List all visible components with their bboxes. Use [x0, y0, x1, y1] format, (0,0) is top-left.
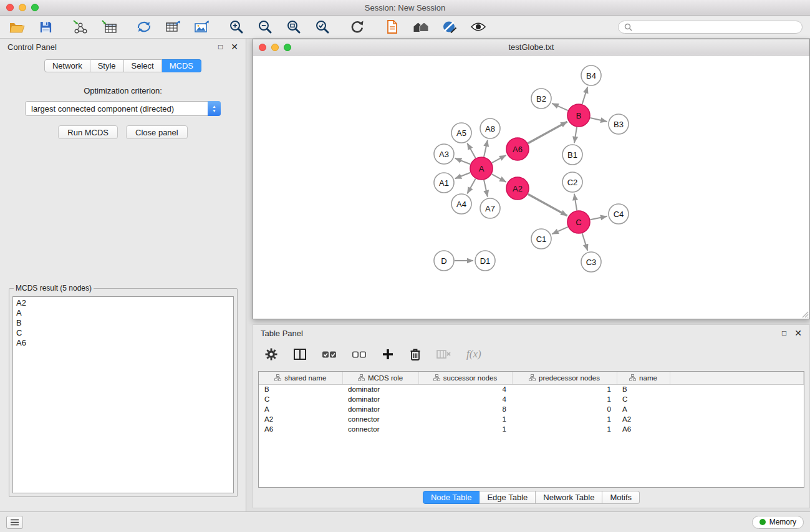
graph-node-C3[interactable]: C3: [581, 252, 601, 272]
graph-node-A[interactable]: A: [470, 157, 493, 180]
graph-node-A6[interactable]: A6: [506, 138, 529, 160]
table-cell[interactable]: dominator: [342, 404, 418, 414]
graph-node-B[interactable]: B: [567, 104, 590, 127]
network-window-titlebar[interactable]: testGlobe.txt: [253, 39, 809, 56]
edge-A-A6[interactable]: [492, 155, 506, 163]
edge-B-B2[interactable]: [552, 104, 567, 110]
mcds-result-item[interactable]: C: [16, 328, 230, 338]
tab-node-table[interactable]: Node Table: [423, 491, 480, 504]
annotation-button[interactable]: [383, 18, 402, 36]
table-row[interactable]: Cdominator41C: [259, 394, 804, 404]
table-cell[interactable]: dominator: [342, 394, 418, 404]
table-cell[interactable]: 1: [512, 414, 617, 424]
edge-B-B4[interactable]: [582, 87, 588, 104]
import-table-button[interactable]: [100, 18, 118, 36]
table-cell[interactable]: A6: [259, 424, 342, 434]
optimization-criterion-select[interactable]: largest connected component (directed) ▲…: [25, 101, 221, 116]
tab-style[interactable]: Style: [90, 59, 124, 72]
select-stepper[interactable]: ▲ ▼: [208, 101, 221, 116]
home-button[interactable]: [412, 18, 430, 36]
close-table-panel-icon[interactable]: ✕: [794, 329, 802, 337]
graph-node-B2[interactable]: B2: [531, 89, 551, 109]
minimize-window-button[interactable]: [19, 4, 26, 11]
save-session-button[interactable]: [36, 18, 55, 36]
table-cell[interactable]: A2: [259, 414, 342, 424]
graph-node-B4[interactable]: B4: [581, 65, 601, 85]
close-panel-button[interactable]: Close panel: [126, 125, 188, 139]
table-row[interactable]: Bdominator41B: [259, 384, 804, 394]
delete-row-button[interactable]: [409, 347, 422, 361]
table-cell[interactable]: connector: [342, 414, 418, 424]
edge-A6-B[interactable]: [528, 122, 567, 143]
graph-node-C1[interactable]: C1: [531, 229, 551, 249]
column-header-shared-name[interactable]: shared name: [259, 372, 342, 384]
show-columns-button[interactable]: [293, 348, 307, 360]
table-cell[interactable]: C: [259, 394, 342, 404]
graph-node-B3[interactable]: B3: [609, 114, 629, 134]
edge-A-A7[interactable]: [484, 180, 488, 197]
edge-B-B1[interactable]: [574, 127, 577, 143]
edge-A-A8[interactable]: [484, 140, 488, 157]
task-history-button[interactable]: [6, 516, 23, 529]
table-cell[interactable]: 1: [512, 394, 617, 404]
table-cell[interactable]: 0: [512, 404, 617, 414]
edge-A2-C[interactable]: [528, 194, 567, 216]
minimize-network-window-button[interactable]: [271, 44, 279, 51]
graph-node-C2[interactable]: C2: [562, 172, 582, 192]
table-cell[interactable]: connector: [342, 424, 418, 434]
table-settings-button[interactable]: [264, 347, 278, 361]
mcds-result-item[interactable]: A: [16, 308, 230, 318]
fullscreen-window-button[interactable]: [31, 4, 39, 11]
graph-node-B1[interactable]: B1: [562, 145, 582, 165]
tab-select[interactable]: Select: [124, 59, 162, 72]
add-column-button[interactable]: [382, 348, 394, 360]
column-header-successor-nodes[interactable]: successor nodes: [418, 372, 512, 384]
table-cell[interactable]: A: [617, 404, 670, 414]
close-window-button[interactable]: [6, 4, 14, 11]
resize-grip[interactable]: [800, 309, 809, 318]
zoom-network-window-button[interactable]: [284, 44, 291, 51]
table-cell[interactable]: 8: [418, 404, 512, 414]
edge-A-A4[interactable]: [467, 179, 475, 194]
edge-B-B3[interactable]: [591, 118, 607, 122]
edge-C-C2[interactable]: [574, 194, 577, 210]
mcds-result-item[interactable]: A2: [16, 298, 230, 308]
mcds-result-item[interactable]: B: [16, 318, 230, 328]
graph-node-A5[interactable]: A5: [451, 123, 471, 143]
table-cell[interactable]: B: [259, 384, 342, 394]
function-builder-button[interactable]: f(x): [466, 348, 481, 360]
table-cell[interactable]: A: [259, 404, 342, 414]
edge-C-C4[interactable]: [591, 216, 607, 220]
edge-C-C1[interactable]: [552, 227, 567, 234]
edge-C-C3[interactable]: [582, 233, 588, 251]
tab-edge-table[interactable]: Edge Table: [480, 491, 536, 504]
zoom-in-button[interactable]: [227, 18, 246, 36]
graph-node-A3[interactable]: A3: [434, 144, 454, 164]
export-network-button[interactable]: [135, 18, 153, 36]
table-cell[interactable]: B: [617, 384, 670, 394]
table-row[interactable]: Adominator80A: [259, 404, 804, 414]
open-session-button[interactable]: [7, 18, 26, 36]
table-row[interactable]: A6connector11A6: [259, 424, 804, 434]
column-header-name[interactable]: name: [617, 372, 670, 384]
table-row[interactable]: A2connector11A2: [259, 414, 804, 424]
tab-motifs[interactable]: Motifs: [602, 491, 640, 504]
run-mcds-button[interactable]: Run MCDS: [58, 125, 118, 139]
graph-node-A4[interactable]: A4: [451, 194, 471, 214]
refresh-button[interactable]: [348, 18, 367, 36]
table-cell[interactable]: 1: [418, 424, 512, 434]
table-cell[interactable]: A2: [617, 414, 670, 424]
column-header-MCDS-role[interactable]: MCDS role: [342, 372, 418, 384]
graph-node-C[interactable]: C: [567, 211, 590, 233]
import-network-button[interactable]: [71, 18, 90, 36]
table-cell[interactable]: 1: [418, 414, 512, 424]
table-cell[interactable]: C: [617, 394, 670, 404]
mcds-result-list[interactable]: A2ABCA6: [12, 296, 234, 493]
zoom-fit-button[interactable]: [284, 18, 303, 36]
table-cell[interactable]: A6: [617, 424, 670, 434]
zoom-out-button[interactable]: [256, 18, 274, 36]
table-cell[interactable]: 1: [512, 384, 617, 394]
graph-node-D1[interactable]: D1: [475, 251, 495, 271]
float-table-panel-icon[interactable]: □: [782, 329, 786, 337]
style-button[interactable]: [440, 18, 459, 36]
